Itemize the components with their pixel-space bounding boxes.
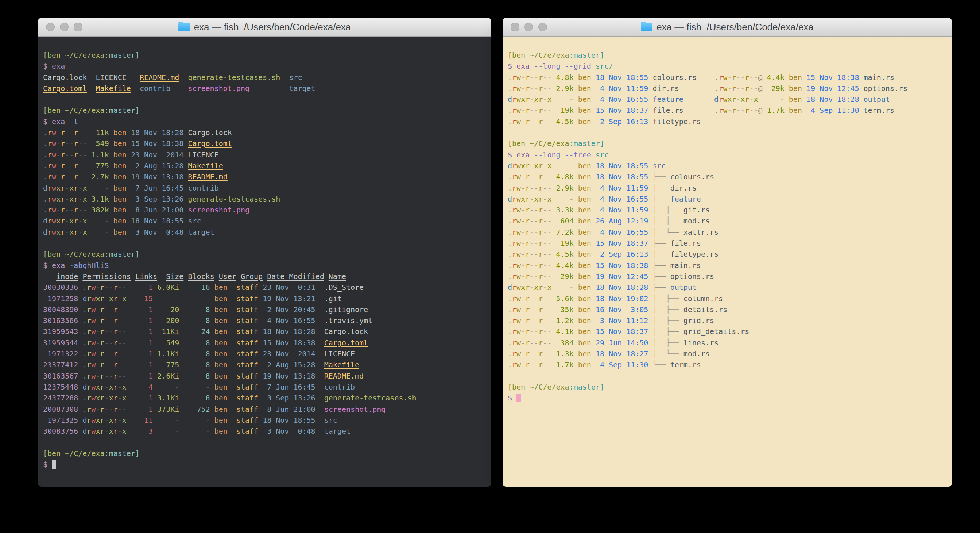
text-segment: 4.4k (763, 73, 784, 82)
text-segment: - (727, 73, 732, 82)
text-segment: r (87, 427, 91, 436)
text-segment: -- (749, 106, 758, 115)
terminal-line (508, 370, 947, 381)
text-segment: w (91, 372, 95, 380)
text-segment: 2.9k (552, 84, 573, 93)
text-segment (78, 360, 83, 369)
terminal-output-right[interactable]: [ben ~/C/e/exa:master]$ exa --long --gri… (503, 37, 952, 487)
text-segment: -- (543, 250, 552, 259)
text-segment: r (512, 73, 517, 82)
text-segment: [ben ~/C/e/exa (43, 250, 105, 259)
text-segment: r (100, 383, 105, 391)
text-segment: r (100, 305, 105, 314)
text-segment: - (521, 239, 525, 247)
text-segment: r (60, 139, 65, 148)
text-segment: 11 (127, 416, 153, 424)
text-segment: ben (574, 261, 591, 270)
text-segment: git.rs (684, 206, 710, 214)
terminal-line: .rw-r--r-- 29k ben 19 Nov 12:45 ├── opti… (508, 271, 947, 282)
zoom-button[interactable] (74, 22, 83, 31)
text-segment: 15 Nov 18:38 (258, 338, 315, 347)
text-segment (179, 73, 188, 82)
text-segment: r (745, 95, 749, 104)
terminal-output-left[interactable]: [ben ~/C/e/exa:master]$ exaCargo.lock LI… (38, 37, 491, 487)
text-segment: - (65, 184, 69, 192)
text-segment: exa (517, 150, 530, 159)
zoom-button[interactable] (538, 22, 547, 31)
title-bar[interactable]: exa — fish /Users/ben/Code/exa/exa (38, 18, 491, 37)
text-segment: x (83, 184, 87, 192)
text-segment: staff (228, 405, 258, 413)
text-segment: r (538, 327, 543, 336)
close-button[interactable] (511, 22, 519, 31)
text-segment: x (83, 217, 87, 225)
text-segment: . (508, 172, 512, 181)
text-segment: ben (574, 184, 591, 192)
text-segment: r (100, 316, 105, 325)
text-segment: . (83, 327, 87, 336)
text-segment: 19 Nov 13:18 (258, 372, 315, 380)
text-segment: r (719, 73, 723, 82)
terminal-line: 20087308 .rw-r--r-- 1 373Ki 752 ben staf… (43, 404, 486, 415)
text-segment: w (91, 316, 95, 325)
text-segment (315, 338, 324, 347)
text-segment: -- (543, 349, 552, 358)
text-segment: -- (530, 349, 538, 358)
text-segment: -- (530, 272, 538, 281)
text-segment: 3.1k (87, 195, 109, 203)
text-segment: r (525, 228, 530, 236)
terminal-line: .rw-r--r-- 4.4k ben 15 Nov 18:38 ├── mai… (508, 260, 947, 271)
text-segment: r (538, 172, 543, 181)
text-segment (157, 272, 166, 281)
text-segment: -- (105, 349, 113, 358)
text-segment: -- (543, 305, 552, 314)
close-button[interactable] (46, 22, 55, 31)
title-bar[interactable]: exa — fish /Users/ben/Code/exa/exa (503, 18, 952, 37)
text-segment: r (525, 239, 530, 247)
text-segment: r (538, 106, 543, 115)
text-segment: r (74, 150, 78, 159)
text-segment: - (56, 206, 60, 214)
terminal-line: drwxr-xr-x - ben 18 Nov 18:55 src (508, 160, 947, 171)
terminal-line: [ben ~/C/e/exa:master] (43, 49, 486, 61)
minimize-button[interactable] (60, 22, 68, 31)
text-segment: r (100, 427, 105, 436)
text-segment: r (74, 228, 78, 236)
text-segment: $ (508, 150, 517, 159)
text-segment: 2 Aug 15:28 (127, 161, 184, 170)
text-segment (280, 73, 289, 82)
text-segment: - (65, 195, 69, 203)
text-segment: w (91, 349, 95, 358)
text-segment: staff (228, 372, 258, 380)
text-segment: ben (574, 106, 591, 115)
terminal-line: drwxr-xr-x - ben 4 Nov 16:55 feature drw… (508, 94, 947, 105)
text-segment: 1.1Ki (153, 349, 179, 358)
text-segment: r (113, 405, 118, 413)
terminal-line: $ exa --long --grid src/ (508, 61, 947, 72)
text-segment: r (538, 294, 543, 303)
minimize-button[interactable] (525, 22, 533, 31)
text-segment: 775 (153, 360, 179, 369)
text-segment: r (745, 106, 749, 115)
terminal-line: [ben ~/C/e/exa:master] (508, 49, 947, 61)
text-segment: dir.rs (670, 184, 697, 192)
text-segment: 7 Jun 16:45 (127, 184, 184, 192)
text-segment: staff (228, 416, 258, 424)
text-segment: ├── (648, 239, 670, 247)
text-segment: :master] (105, 51, 140, 59)
terminal-line: .rw-r--r-- 4.1k ben 15 Nov 18:37 │ ├── g… (508, 326, 947, 337)
text-segment: 35k (552, 305, 573, 314)
text-segment: LICENCE (183, 150, 218, 159)
text-segment: w (517, 360, 521, 369)
text-segment: -- (118, 316, 127, 325)
text-segment: r (538, 84, 543, 93)
terminal-line: .rw-r--r-- 2.9k ben 4 Nov 11:59 dir.rs .… (508, 83, 947, 94)
text-segment: contrib (183, 184, 218, 192)
text-segment: $ (43, 117, 52, 126)
text-segment: w (723, 106, 727, 115)
text-segment: xattr.rs (684, 228, 719, 236)
text-segment: w (517, 261, 521, 270)
text-segment: r (100, 327, 105, 336)
text-segment: r (525, 294, 530, 303)
text-segment: - (153, 416, 179, 424)
